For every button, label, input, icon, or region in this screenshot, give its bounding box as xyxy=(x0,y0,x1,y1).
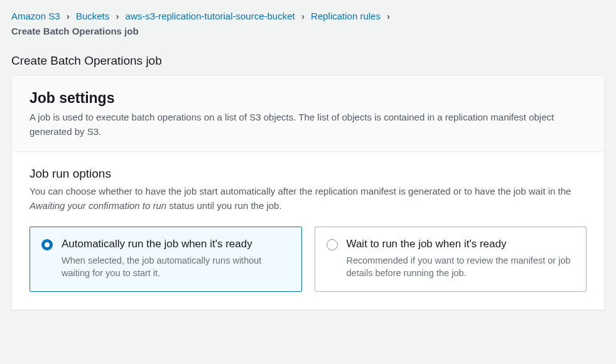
job-settings-panel: Job settings A job is used to execute ba… xyxy=(11,75,605,310)
breadcrumb: Amazon S3 › Buckets › aws-s3-replication… xyxy=(0,0,616,39)
job-run-options-description: You can choose whether to have the job s… xyxy=(30,185,586,213)
desc-post: status until you run the job. xyxy=(166,200,281,211)
breadcrumb-link-buckets[interactable]: Buckets xyxy=(76,11,109,21)
chevron-right-icon: › xyxy=(116,11,119,21)
chevron-right-icon: › xyxy=(387,11,390,21)
panel-header: Job settings A job is used to execute ba… xyxy=(12,76,604,152)
radio-desc: When selected, the job automatically run… xyxy=(62,254,290,280)
radio-option-auto-run[interactable]: Automatically run the job when it's read… xyxy=(30,227,302,292)
breadcrumb-current: Create Batch Operations job xyxy=(11,26,139,36)
desc-pre: You can choose whether to have the job s… xyxy=(30,186,571,196)
breadcrumb-link-replication-rules[interactable]: Replication rules xyxy=(311,11,381,21)
chevron-right-icon: › xyxy=(301,11,305,21)
job-run-options-heading: Job run options xyxy=(30,167,586,181)
radio-group-job-run: Automatically run the job when it's read… xyxy=(30,227,586,292)
desc-emphasis: Awaiting your confirmation to run xyxy=(30,200,166,211)
radio-icon xyxy=(327,239,338,250)
job-settings-description: A job is used to execute batch operation… xyxy=(30,110,586,139)
radio-icon xyxy=(41,239,53,250)
radio-option-wait[interactable]: Wait to run the job when it's ready Reco… xyxy=(315,227,587,292)
radio-text: Automatically run the job when it's read… xyxy=(62,237,290,280)
page-title: Create Batch Operations job xyxy=(0,39,616,75)
radio-title: Automatically run the job when it's read… xyxy=(62,237,290,252)
chevron-right-icon: › xyxy=(67,11,70,21)
radio-text: Wait to run the job when it's ready Reco… xyxy=(347,237,575,280)
radio-title: Wait to run the job when it's ready xyxy=(347,237,575,252)
radio-desc: Recommended if you want to review the ma… xyxy=(347,254,575,280)
breadcrumb-link-bucket-name[interactable]: aws-s3-replication-tutorial-source-bucke… xyxy=(126,11,295,21)
breadcrumb-link-s3[interactable]: Amazon S3 xyxy=(11,11,60,21)
job-settings-heading: Job settings xyxy=(30,90,586,107)
panel-body: Job run options You can choose whether t… xyxy=(12,152,604,309)
